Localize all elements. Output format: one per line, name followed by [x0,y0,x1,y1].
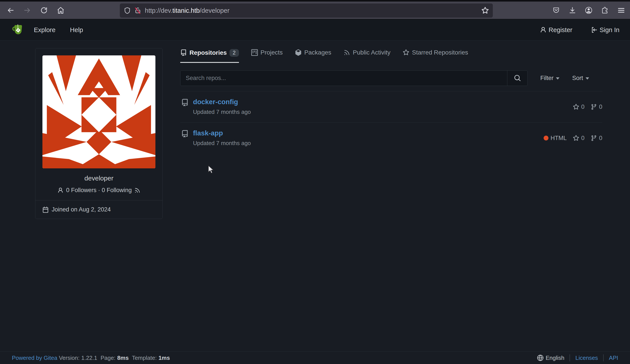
profile-card: developer 0 Followers · 0 Following Join… [35,48,163,219]
repo-list: docker-config Updated 7 months ago 0 0 [180,91,602,154]
reload-button[interactable] [37,4,51,17]
chevron-down-icon [586,77,589,80]
back-arrow-icon [6,6,14,14]
repo-count-badge: 2 [230,49,239,57]
star-icon [573,104,579,110]
rss-feed-icon[interactable] [134,187,140,194]
filter-dropdown[interactable]: Filter [540,75,560,82]
repo-updated: Updated 7 months ago [193,108,573,116]
search-icon [514,74,521,82]
menu-button[interactable] [616,4,627,16]
globe-icon [537,355,544,361]
user-avatar [42,56,156,168]
repo-row-docker-config: docker-config Updated 7 months ago 0 0 [180,92,602,122]
language-selector[interactable]: English [537,354,564,361]
fork-icon [591,104,597,110]
account-icon [585,6,593,14]
tab-repositories[interactable]: Repositories 2 [180,49,239,63]
site-navbar: Explore Help Register Sign In [0,19,630,41]
footer-info: Powered by Gitea Version:1.22.1 Page:8ms… [12,354,172,361]
sort-dropdown[interactable]: Sort [572,75,589,82]
mouse-cursor [207,165,216,175]
back-button[interactable] [4,4,18,17]
tab-public-activity[interactable]: Public Activity [344,49,390,62]
browser-toolbar: http://dev.titanic.htb/developer [0,2,630,19]
repo-language: HTML [544,135,567,142]
powered-by-gitea-link[interactable]: Powered by Gitea [12,354,57,361]
joined-date: Joined on Aug 2, 2024 [52,206,111,213]
sign-in-link[interactable]: Sign In [591,26,620,34]
home-icon [57,6,65,14]
forward-button[interactable] [20,4,34,17]
package-icon [295,49,302,56]
hamburger-menu-icon [618,6,625,14]
fork-icon [591,135,597,141]
register-link[interactable]: Register [540,26,572,34]
extensions-button[interactable] [599,4,611,16]
repo-updated: Updated 7 months ago [193,140,544,146]
fork-count[interactable]: 0 [591,104,602,110]
pocket-icon [552,6,560,14]
tab-starred-repositories[interactable]: Starred Repositories [403,49,468,62]
person-icon [540,26,546,33]
calendar-icon [42,206,48,213]
profile-username: developer [42,174,156,182]
rss-icon [344,49,350,56]
star-icon [403,49,409,56]
account-button[interactable] [583,4,594,16]
nav-explore-link[interactable]: Explore [34,26,56,34]
home-button[interactable] [54,4,68,17]
project-icon [251,49,258,56]
nav-help-link[interactable]: Help [70,26,83,34]
download-icon [569,6,576,14]
url-text: http://dev.titanic.htb/developer [145,7,478,14]
divider [570,354,570,361]
language-color-dot [544,136,548,140]
chevron-down-icon [556,77,560,80]
tab-projects[interactable]: Projects [251,49,283,62]
site-footer: Powered by Gitea Version:1.22.1 Page:8ms… [0,352,630,364]
repo-link[interactable]: flask-app [193,129,223,137]
pocket-button[interactable] [550,4,562,16]
follow-counts: 0 Followers · 0 Following [66,187,132,194]
divider [603,354,604,361]
api-link[interactable]: API [609,354,618,361]
repo-icon [181,99,188,106]
star-count[interactable]: 0 [573,135,584,142]
browser-window-strip [0,0,630,2]
repo-search-box [180,70,528,86]
puzzle-icon [601,6,609,14]
language-label: HTML [550,135,567,142]
insecure-lock-icon[interactable] [134,7,141,14]
licenses-link[interactable]: Licenses [575,354,598,361]
repo-link[interactable]: docker-config [193,98,238,106]
sign-in-icon [591,26,598,33]
star-count[interactable]: 0 [573,104,584,110]
fork-count[interactable]: 0 [591,135,602,142]
forward-arrow-icon [23,6,31,14]
downloads-button[interactable] [567,4,578,16]
repo-search-input[interactable] [180,70,507,86]
gitea-logo[interactable] [10,23,24,37]
url-bar[interactable]: http://dev.titanic.htb/developer [120,4,493,18]
search-button[interactable] [507,70,527,86]
profile-tabs: Repositories 2 Projects Packages Public … [180,49,602,63]
shield-icon[interactable] [124,7,131,14]
star-icon [573,135,579,141]
reload-icon [40,6,48,14]
repo-row-flask-app: flask-app Updated 7 months ago HTML 0 0 [180,122,602,154]
repo-icon [180,50,187,56]
bookmark-star-icon[interactable] [482,7,489,14]
person-icon [57,187,64,194]
tab-packages[interactable]: Packages [295,49,331,62]
repo-icon [181,130,188,138]
